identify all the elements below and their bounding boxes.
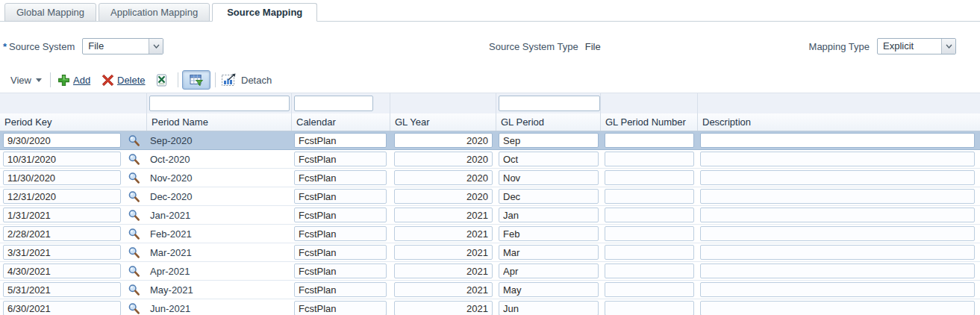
calendar-input[interactable] — [294, 189, 387, 204]
table-row[interactable]: Feb-2021 — [0, 225, 980, 243]
gl-period-input[interactable] — [499, 133, 599, 148]
description-input[interactable] — [700, 170, 975, 185]
gl-year-input[interactable] — [394, 226, 493, 241]
period-key-input[interactable] — [3, 189, 121, 204]
period-name-column-header[interactable]: Period Name — [147, 113, 292, 131]
search-icon[interactable] — [128, 302, 141, 315]
table-row[interactable]: Apr-2021 — [0, 262, 980, 281]
gl-period-number-input[interactable] — [605, 301, 694, 315]
period-key-input[interactable] — [3, 282, 121, 297]
gl-year-input[interactable] — [394, 282, 493, 297]
search-icon[interactable] — [128, 208, 141, 222]
period-key-input[interactable] — [3, 152, 121, 166]
detach-button[interactable]: Detach — [221, 69, 272, 91]
calendar-input[interactable] — [294, 208, 387, 222]
gl-period-number-column-header[interactable]: GL Period Number — [601, 113, 698, 131]
gl-year-input[interactable] — [394, 152, 493, 166]
period-key-input[interactable] — [3, 245, 121, 260]
delete-button[interactable]: Delete — [102, 69, 146, 91]
table-row[interactable]: Nov-2020 — [0, 169, 980, 187]
calendar-input[interactable] — [294, 301, 387, 315]
table-row[interactable]: Sep-2020 — [0, 131, 980, 150]
gl-period-number-input[interactable] — [605, 170, 694, 185]
description-input[interactable] — [700, 152, 975, 166]
gl-year-input[interactable] — [394, 170, 493, 185]
gl-period-number-input[interactable] — [605, 245, 694, 260]
gl-period-number-input[interactable] — [605, 152, 694, 166]
mapping-type-select[interactable]: Explicit — [877, 38, 956, 54]
gl-period-input[interactable] — [499, 189, 599, 204]
gl-period-number-input[interactable] — [605, 282, 694, 297]
chevron-down-icon[interactable] — [149, 39, 163, 54]
search-icon[interactable] — [128, 227, 141, 240]
description-input[interactable] — [700, 133, 975, 148]
table-row[interactable]: Oct-2020 — [0, 150, 980, 169]
period-key-column-header[interactable]: Period Key — [0, 113, 147, 131]
table-row[interactable]: Jun-2021 — [0, 299, 980, 315]
gl-period-number-input[interactable] — [605, 226, 694, 241]
gl-year-input[interactable] — [394, 301, 493, 315]
gl-year-input[interactable] — [394, 189, 493, 204]
tab-source-mapping[interactable]: Source Mapping — [212, 3, 317, 22]
calendar-input[interactable] — [294, 133, 387, 148]
description-input[interactable] — [700, 282, 975, 297]
table-row[interactable]: Dec-2020 — [0, 187, 980, 206]
search-icon[interactable] — [128, 264, 141, 278]
gl-period-input[interactable] — [499, 208, 599, 222]
gl-year-input[interactable] — [394, 208, 493, 222]
gl-period-number-input[interactable] — [605, 263, 694, 278]
period-name-filter-input[interactable] — [149, 96, 290, 111]
gl-period-input[interactable] — [499, 282, 599, 297]
gl-period-number-input[interactable] — [605, 208, 694, 222]
calendar-filter-input[interactable] — [294, 96, 373, 111]
chevron-down-icon[interactable] — [941, 39, 955, 54]
add-button[interactable]: Add — [57, 69, 90, 91]
table-row[interactable]: May-2021 — [0, 281, 980, 299]
gl-period-filter-input[interactable] — [499, 96, 600, 111]
query-by-example-button[interactable] — [182, 70, 210, 90]
tab-global-mapping[interactable]: Global Mapping — [4, 3, 96, 22]
description-column-header[interactable]: Description — [698, 113, 980, 131]
gl-period-input[interactable] — [499, 152, 599, 166]
table-row[interactable]: Jan-2021 — [0, 206, 980, 225]
gl-year-input[interactable] — [394, 133, 493, 148]
period-key-input[interactable] — [3, 208, 121, 222]
gl-period-number-input[interactable] — [605, 189, 694, 204]
search-icon[interactable] — [128, 171, 141, 184]
search-icon[interactable] — [128, 134, 141, 147]
tab-application-mapping[interactable]: Application Mapping — [99, 3, 210, 22]
description-input[interactable] — [700, 208, 975, 222]
gl-period-input[interactable] — [499, 263, 599, 278]
gl-period-column-header[interactable]: GL Period — [496, 113, 601, 131]
search-icon[interactable] — [128, 246, 141, 259]
gl-period-input[interactable] — [499, 245, 599, 260]
calendar-input[interactable] — [294, 152, 387, 166]
period-key-input[interactable] — [3, 170, 121, 185]
gl-year-column-header[interactable]: GL Year — [390, 113, 496, 131]
gl-year-input[interactable] — [394, 263, 493, 278]
calendar-column-header[interactable]: Calendar — [292, 113, 390, 131]
description-input[interactable] — [700, 263, 975, 278]
table-row[interactable]: Mar-2021 — [0, 243, 980, 262]
gl-period-input[interactable] — [499, 170, 599, 185]
search-icon[interactable] — [128, 152, 141, 166]
calendar-input[interactable] — [294, 282, 387, 297]
period-key-input[interactable] — [3, 263, 121, 278]
export-excel-button[interactable] — [155, 69, 168, 91]
search-icon[interactable] — [128, 190, 141, 203]
gl-period-input[interactable] — [499, 226, 599, 241]
gl-period-number-input[interactable] — [605, 133, 694, 148]
gl-year-input[interactable] — [394, 245, 493, 260]
calendar-input[interactable] — [294, 245, 387, 260]
period-key-input[interactable] — [3, 133, 121, 148]
period-key-input[interactable] — [3, 301, 121, 315]
search-icon[interactable] — [128, 283, 141, 296]
description-input[interactable] — [700, 189, 975, 204]
description-input[interactable] — [700, 301, 975, 315]
calendar-input[interactable] — [294, 226, 387, 241]
description-input[interactable] — [700, 245, 975, 260]
period-key-input[interactable] — [3, 226, 121, 241]
view-menu-button[interactable]: View — [10, 69, 42, 91]
source-system-select[interactable]: File — [82, 38, 163, 54]
description-input[interactable] — [700, 226, 975, 241]
